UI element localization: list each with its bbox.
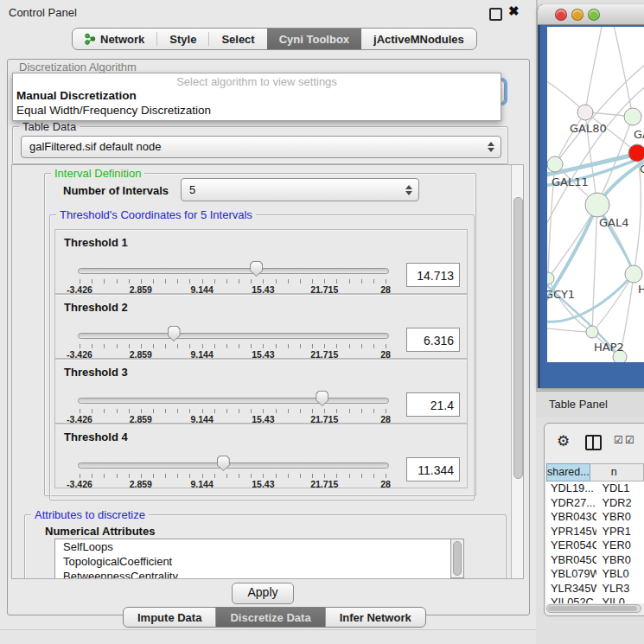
network-node-GAL80[interactable] (577, 105, 593, 120)
tick-mark (226, 474, 227, 478)
tab-jactivemnodules[interactable]: jActiveMNodules (361, 29, 476, 49)
table-data-combo[interactable]: galFiltered.sif default node (21, 136, 501, 158)
threshold-4-slider-thumb[interactable] (217, 456, 230, 471)
tick-mark (226, 344, 227, 348)
tick-mark (117, 409, 118, 413)
network-node-label: C (640, 163, 644, 175)
tick-mark (177, 344, 178, 348)
table-row[interactable]: YBR045CYBR0 (546, 553, 644, 568)
threshold-1-slider-thumb[interactable] (250, 261, 263, 277)
tick-mark (349, 344, 350, 348)
network-canvas[interactable]: GAL80GACGAL11GAL4GCY1HHAP2 (547, 27, 644, 362)
network-window-titlebar[interactable] (538, 4, 644, 25)
network-node-label: GAL11 (552, 175, 589, 188)
algorithm-hint: Select algorithm to view settings (13, 75, 501, 88)
bottom-tab-bar: Impute Data Discretize Data Infer Networ… (123, 607, 426, 628)
network-node-HAP2[interactable] (586, 326, 598, 338)
panel-scrollbar[interactable] (511, 165, 523, 578)
tab-discretize-data[interactable]: Discretize Data (216, 608, 325, 627)
threshold-4-slider[interactable] (78, 462, 389, 469)
tab-infer-network[interactable]: Infer Network (326, 608, 425, 627)
tick-mark (276, 344, 277, 348)
table-data-label: Table Data (19, 120, 80, 133)
scale-label: 21.715 (310, 479, 338, 489)
tick-mark (276, 409, 277, 413)
attribute-list-item[interactable]: TopologicalCoefficient (55, 554, 451, 569)
threshold-3-value-field[interactable]: 21.4 (406, 392, 460, 417)
column-header-shared[interactable]: shared... (546, 463, 590, 481)
stepper-icon (488, 142, 494, 152)
table-row[interactable]: YDL19...YDL1 (546, 481, 644, 496)
tick-mark (226, 409, 227, 413)
threshold-1-slider[interactable] (78, 268, 389, 274)
network-node-C[interactable] (628, 144, 644, 162)
apply-button[interactable]: Apply (232, 583, 294, 604)
tick-mark (141, 409, 142, 413)
tick-mark (386, 474, 386, 478)
attribute-list-item[interactable]: SelfLoops (55, 539, 451, 554)
network-node-GAL4[interactable] (585, 193, 609, 217)
tick-mark (373, 279, 374, 284)
tick-mark (141, 344, 142, 348)
threshold-3-slider-thumb[interactable] (316, 391, 328, 406)
attribute-list-item[interactable]: BetweennessCentrality (55, 569, 451, 579)
table-row[interactable]: YLR345WYLR3 (546, 582, 644, 596)
tick-mark (214, 344, 215, 348)
tick-mark (177, 474, 178, 478)
network-node-H[interactable] (625, 265, 642, 283)
column-header-name[interactable]: n (590, 463, 644, 481)
float-window-icon[interactable] (489, 8, 502, 21)
tab-network[interactable]: Network (73, 29, 156, 49)
threshold-2-value-field[interactable]: 6.316 (406, 328, 460, 352)
network-node-GCY1[interactable] (547, 272, 554, 284)
checkbox-icon[interactable]: ☑ (614, 434, 623, 446)
gear-icon[interactable]: ⚙ (557, 432, 570, 450)
mac-zoom-button[interactable] (588, 9, 600, 21)
tick-mark (129, 279, 130, 284)
threshold-1-value-field[interactable]: 14.713 (406, 263, 460, 287)
checkbox-icon[interactable]: ☑ (625, 434, 634, 446)
tab-impute-data[interactable]: Impute Data (124, 608, 216, 627)
threshold-2-slider[interactable] (78, 333, 389, 339)
close-icon[interactable]: ✖ (508, 3, 520, 19)
tab-select[interactable]: Select (209, 29, 266, 49)
threshold-3-slider[interactable] (78, 398, 389, 404)
threshold-4-value-field[interactable]: 11.344 (406, 457, 460, 481)
network-node-GA[interactable] (624, 108, 641, 125)
attributes-list-scrollbar[interactable] (450, 539, 464, 578)
tick-mark (324, 279, 325, 284)
split-pane-icon[interactable] (585, 435, 602, 450)
table-row[interactable]: YIL052CYIL0 (546, 596, 644, 603)
tick-mark (92, 344, 92, 348)
network-node-label: GA (634, 128, 644, 141)
tab-cyni-toolbox[interactable]: Cyni Toolbox (267, 29, 361, 49)
tick-mark (141, 474, 142, 478)
thresholds-group-label: Threshold's Coordinates for 5 Intervals (56, 208, 256, 221)
threshold-2-slider-thumb[interactable] (168, 326, 181, 341)
tick-mark (288, 279, 289, 284)
tick-mark (165, 279, 166, 284)
table-row[interactable]: YDR27...YDR2 (546, 496, 644, 511)
table-row[interactable]: YBL079WYBL0 (546, 567, 644, 582)
number-of-intervals-combo[interactable]: 5 (181, 178, 419, 201)
table-horizontal-scrollbar[interactable] (546, 604, 641, 613)
scale-label: 28 (380, 479, 391, 489)
option-equal-width-frequency[interactable]: Equal Width/Frequency Discretization (16, 104, 211, 117)
mac-minimize-button[interactable] (571, 9, 583, 21)
table-row[interactable]: YER054CYER0 (546, 539, 644, 553)
tick-mark (129, 474, 130, 478)
table-row[interactable]: YPR145WYPR1 (546, 525, 644, 539)
tick-mark (300, 474, 301, 478)
network-node-GAL11[interactable] (547, 156, 563, 172)
tick-mark (214, 409, 215, 413)
option-manual-discretization[interactable]: Manual Discretization (16, 89, 137, 102)
tick-mark (251, 344, 252, 348)
mac-close-button[interactable] (555, 9, 567, 21)
tick-mark (117, 474, 118, 478)
tick-mark (189, 279, 190, 284)
tab-style[interactable]: Style (157, 29, 208, 49)
table-rows: YDL19...YDL1YDR27...YDR2YBR043CYBR0YPR14… (546, 481, 644, 603)
tick-mark (80, 474, 80, 478)
scale-label: 15.43 (252, 479, 274, 489)
table-row[interactable]: YBR043CYBR0 (546, 510, 644, 525)
